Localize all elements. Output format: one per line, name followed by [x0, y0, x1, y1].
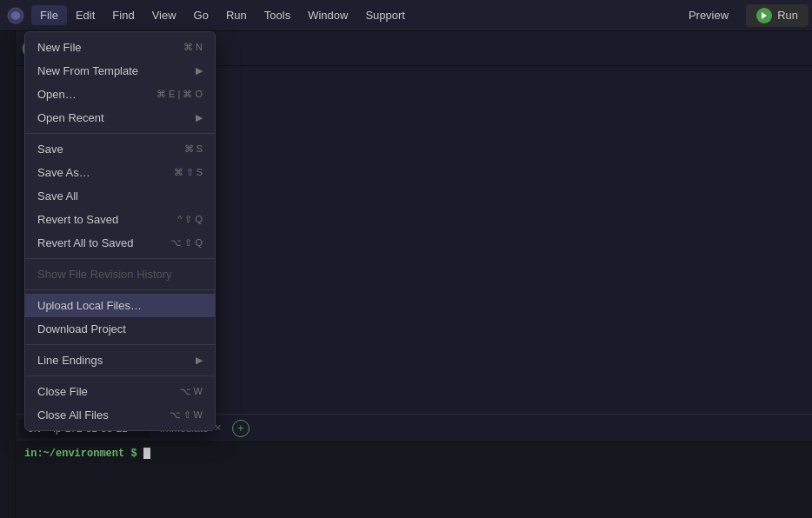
menu-item-open-label: Open… [37, 88, 77, 101]
menu-item-revert-all-to-saved-shortcut: ⌥ ⇧ Q [170, 237, 203, 249]
menu-item-upload-local-files-label: Upload Local Files… [37, 299, 142, 312]
menu-item-upload-local-files[interactable]: Upload Local Files… [25, 294, 215, 317]
menu-item-open-recent-label: Open Recent [37, 111, 104, 124]
menu-item-save-as[interactable]: Save As… ⌘ ⇧ S [25, 161, 215, 184]
new-from-template-arrow-icon: ▶ [196, 65, 203, 76]
menu-item-revert-all-to-saved[interactable]: Revert All to Saved ⌥ ⇧ Q [25, 231, 215, 255]
open-recent-arrow-icon: ▶ [196, 112, 203, 123]
sidebar [0, 31, 16, 518]
menu-item-open-shortcut: ⌘ E | ⌘ O [156, 89, 203, 100]
menu-item-revert-to-saved[interactable]: Revert to Saved ^ ⇧ Q [25, 208, 215, 231]
menu-item-close-all-files-shortcut: ⌥ ⇧ W [170, 409, 203, 421]
menu-divider-5 [25, 375, 215, 376]
run-label: Run [777, 9, 798, 22]
menu-item-revert-to-saved-label: Revert to Saved [37, 213, 118, 226]
terminal-path: in:~/environment $ [24, 448, 143, 460]
menu-go[interactable]: Go [185, 5, 217, 25]
menu-item-close-file-shortcut: ⌥ W [180, 386, 203, 397]
menu-item-revert-all-to-saved-label: Revert All to Saved [37, 236, 134, 249]
terminal-cursor [143, 448, 150, 459]
menu-find[interactable]: Find [103, 5, 143, 25]
menu-item-download-project[interactable]: Download Project [25, 317, 215, 341]
menubar-right: Preview Run [678, 4, 809, 27]
menu-window[interactable]: Window [299, 5, 356, 25]
menu-item-close-file-label: Close File [37, 385, 88, 398]
terminal-content: in:~/environment $ [16, 442, 812, 465]
menu-item-close-all-files[interactable]: Close All Files ⌥ ⇧ W [25, 403, 215, 427]
menubar: File Edit Find View Go Run Tools Window … [0, 0, 812, 31]
menu-divider-3 [25, 289, 215, 290]
menu-item-save-label: Save [37, 143, 63, 156]
menu-item-line-endings-label: Line Endings [37, 354, 103, 367]
menu-item-new-from-template-label: New From Template [37, 64, 138, 77]
menu-edit[interactable]: Edit [67, 5, 103, 25]
app-logo [3, 3, 28, 28]
preview-button[interactable]: Preview [678, 5, 739, 25]
menu-item-save-all[interactable]: Save All [25, 184, 215, 208]
menu-file[interactable]: File [31, 5, 67, 25]
menu-run-menu[interactable]: Run [217, 5, 256, 25]
menu-item-open-recent[interactable]: Open Recent ▶ [25, 106, 215, 130]
menu-item-save-all-label: Save All [37, 189, 78, 203]
menu-item-save-shortcut: ⌘ S [184, 143, 203, 155]
menu-item-show-revision-history[interactable]: Show File Revision History [25, 262, 215, 286]
line-endings-arrow-icon: ▶ [196, 355, 203, 366]
menu-support[interactable]: Support [356, 5, 414, 25]
menu-divider-4 [25, 344, 215, 345]
menu-item-open[interactable]: Open… ⌘ E | ⌘ O [25, 83, 215, 106]
menu-item-save-as-shortcut: ⌘ ⇧ S [174, 167, 203, 178]
menu-item-close-all-files-label: Close All Files [37, 408, 109, 422]
svg-marker-1 [762, 12, 767, 19]
menu-item-new-from-template[interactable]: New From Template ▶ [25, 59, 215, 83]
menu-item-download-project-label: Download Project [37, 322, 126, 335]
menu-divider-1 [25, 133, 215, 134]
menu-item-show-revision-history-label: Show File Revision History [37, 268, 172, 281]
menu-item-new-file-shortcut: ⌘ N [183, 42, 203, 53]
run-button[interactable]: Run [746, 4, 809, 27]
menu-item-close-file[interactable]: Close File ⌥ W [25, 380, 215, 403]
menu-divider-2 [25, 258, 215, 259]
menu-item-new-file[interactable]: New File ⌘ N [25, 36, 215, 59]
menu-item-revert-to-saved-shortcut: ^ ⇧ Q [177, 214, 203, 225]
menu-item-line-endings[interactable]: Line Endings ▶ [25, 349, 215, 372]
menu-tools[interactable]: Tools [256, 5, 299, 25]
menu-item-save-as-label: Save As… [37, 166, 90, 179]
run-icon [756, 8, 772, 23]
menu-item-new-file-label: New File [37, 41, 82, 54]
menu-item-save[interactable]: Save ⌘ S [25, 137, 215, 161]
terminal-prompt: in:~/environment $ [24, 448, 150, 460]
terminal-add-tab-button[interactable]: + [232, 420, 250, 437]
menu-view[interactable]: View [143, 5, 185, 25]
file-dropdown-menu: New File ⌘ N New From Template ▶ Open… ⌘… [24, 31, 216, 431]
